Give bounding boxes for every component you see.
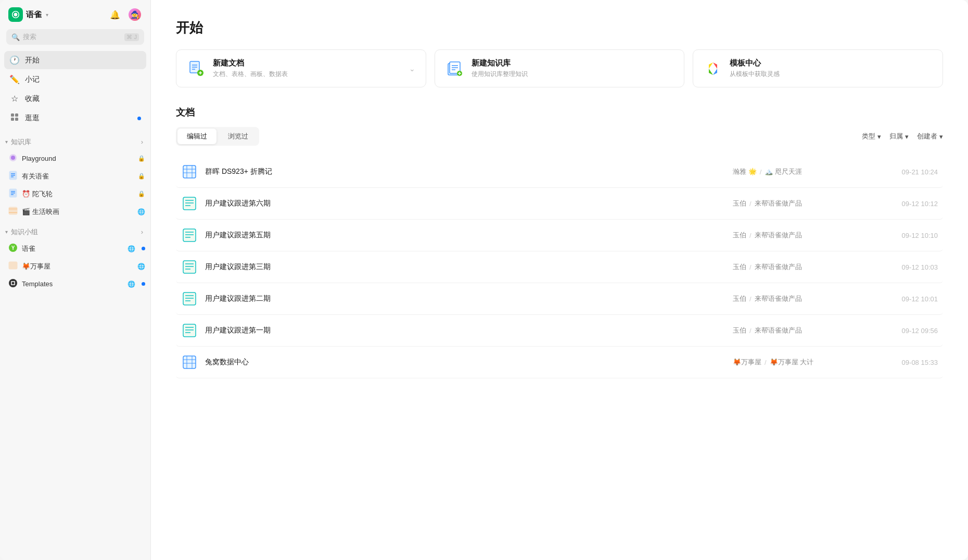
svg-rect-7	[11, 173, 15, 174]
doc-item[interactable]: 群晖 DS923+ 折腾记 瀚雅 🌟 / 🏔️ 咫尺天涯 09-21 10:24	[176, 156, 943, 188]
svg-rect-9	[11, 176, 14, 177]
new-doc-icon	[187, 59, 206, 78]
creator-filter-dropdown[interactable]: 创建者 ▾	[917, 132, 943, 141]
doc-item[interactable]: 用户建议跟进第五期 玉伯 / 来帮语雀做产品 09-12 10:10	[176, 220, 943, 251]
doc-meta2: 来帮语雀做产品	[755, 262, 802, 272]
knowledge-item-life-movies[interactable]: 🎬 生活映画 🌐	[0, 203, 150, 220]
filter-tab-edited[interactable]: 编辑过	[177, 129, 216, 144]
group-section-title: 知识小组	[11, 227, 38, 237]
knowledge-item-playground[interactable]: Playground 🔒	[0, 150, 150, 167]
page-title: 开始	[176, 19, 943, 37]
new-doc-card[interactable]: 新建文档 文档、表格、画板、数据表 ⌄	[176, 49, 426, 87]
svg-rect-13	[11, 194, 14, 195]
doc-name: 用户建议跟进第一期	[205, 326, 725, 335]
doc-type-icon	[181, 290, 198, 307]
star-icon: ☆	[9, 94, 20, 104]
documents-section: 文档 编辑过 浏览过 类型 ▾ 归属 ▾ 创建者 ▾	[176, 106, 943, 378]
svg-rect-2	[11, 118, 14, 121]
knowledge-item-yuque[interactable]: 有关语雀 🔒	[0, 168, 150, 185]
doc-item[interactable]: 兔窝数据中心 🦊万事屋 / 🦊万事屋 大计 09-08 15:33	[176, 347, 943, 378]
nav-label-notes: 小记	[25, 75, 40, 84]
svg-rect-12	[11, 193, 15, 194]
doc-type-icon	[181, 354, 198, 371]
doc-list: 群晖 DS923+ 折腾记 瀚雅 🌟 / 🏔️ 咫尺天涯 09-21 10:24…	[176, 156, 943, 378]
doc-name: 用户建议跟进第五期	[205, 231, 725, 240]
doc-meta: 玉伯 / 来帮语雀做产品	[733, 199, 868, 208]
svg-rect-65	[183, 356, 196, 368]
app-chevron-icon: ▾	[46, 12, 48, 18]
doc-type-icon	[181, 163, 198, 180]
search-bar[interactable]: 🔍 搜索 ⌘ J	[6, 29, 144, 45]
template-center-card[interactable]: 模板中心 从模板中获取灵感	[693, 49, 943, 87]
knowledge-section-title-row: ▾ 知识库	[5, 137, 31, 147]
yuque-label: 有关语雀	[22, 172, 134, 181]
svg-marker-37	[709, 62, 713, 69]
group-item-yuque[interactable]: Y 语雀 🌐	[0, 240, 150, 257]
templates-globe-icon: 🌐	[128, 281, 135, 288]
doc-meta2: 🏔️ 咫尺天涯	[765, 167, 802, 176]
app-brand[interactable]: 语雀 ▾	[8, 7, 48, 22]
life-movies-globe-icon: 🌐	[137, 208, 145, 215]
group-item-wanshiwu[interactable]: 🦊万事屋 🌐	[0, 258, 150, 275]
doc-item[interactable]: 用户建议跟进第六期 玉伯 / 来帮语雀做产品 09-12 10:12	[176, 188, 943, 220]
svg-rect-1	[15, 113, 18, 117]
tuofeiling-icon	[8, 188, 18, 199]
doc-item[interactable]: 用户建议跟进第二期 玉伯 / 来帮语雀做产品 09-12 10:01	[176, 283, 943, 315]
doc-meta-sep: /	[749, 295, 752, 303]
svg-rect-45	[183, 197, 196, 210]
svg-text:Y: Y	[11, 245, 15, 251]
doc-item[interactable]: 用户建议跟进第一期 玉伯 / 来帮语雀做产品 09-12 09:56	[176, 315, 943, 347]
doc-meta: 瀚雅 🌟 / 🏔️ 咫尺天涯	[733, 167, 868, 176]
group-section-more-icon[interactable]: ›	[139, 227, 145, 237]
type-filter-dropdown[interactable]: 类型 ▾	[862, 132, 881, 141]
group-item-templates[interactable]: Templates 🌐	[0, 275, 150, 292]
filter-tab-viewed[interactable]: 浏览过	[219, 129, 258, 144]
svg-rect-8	[11, 175, 15, 176]
sidebar-header: 语雀 ▾ 🔔 🧙	[0, 0, 150, 27]
attribution-filter-chevron-icon: ▾	[905, 133, 909, 141]
svg-rect-40	[183, 166, 196, 178]
avatar-button[interactable]: 🧙	[128, 7, 142, 22]
playground-lock-icon: 🔒	[138, 155, 145, 162]
template-center-icon	[704, 59, 722, 78]
new-doc-title: 新建文档	[213, 58, 402, 68]
group-section-header[interactable]: ▾ 知识小组 ›	[0, 224, 150, 240]
nav-item-start[interactable]: 🕐 开始	[4, 51, 146, 69]
wanshiwu-globe-icon: 🌐	[137, 263, 145, 270]
new-kb-icon	[445, 59, 464, 78]
knowledge-section-more-icon[interactable]: ›	[139, 137, 145, 147]
attribution-filter-dropdown[interactable]: 归属 ▾	[889, 132, 909, 141]
nav-item-notes[interactable]: ✏️ 小记	[4, 70, 146, 88]
svg-marker-36	[713, 62, 717, 69]
clock-icon: 🕐	[9, 55, 20, 65]
notification-button[interactable]: 🔔	[108, 7, 122, 22]
explore-badge	[137, 117, 141, 120]
svg-rect-57	[183, 292, 196, 305]
doc-time: 09-21 10:24	[875, 168, 938, 176]
yuque-group-label: 语雀	[22, 244, 123, 253]
search-icon: 🔍	[11, 33, 20, 41]
svg-rect-19	[9, 262, 17, 269]
new-kb-card[interactable]: 新建知识库 使用知识库整理知识	[435, 49, 685, 87]
doc-meta: 玉伯 / 来帮语雀做产品	[733, 262, 868, 272]
doc-meta: 🦊万事屋 / 🦊万事屋 大计	[733, 358, 868, 367]
doc-time: 09-12 10:10	[875, 232, 938, 239]
doc-item[interactable]: 用户建议跟进第三期 玉伯 / 来帮语雀做产品 09-12 10:03	[176, 251, 943, 283]
doc-meta1: 瀚雅 🌟	[733, 167, 757, 176]
app-name: 语雀	[26, 10, 42, 20]
knowledge-item-tuofeiling[interactable]: ⏰ 陀飞轮 🔒	[0, 185, 150, 202]
doc-meta2: 🦊万事屋 大计	[770, 358, 814, 367]
doc-meta1: 🦊万事屋	[733, 358, 761, 367]
doc-meta1: 玉伯	[733, 294, 746, 303]
life-movies-icon	[8, 206, 18, 217]
nav-item-explore[interactable]: 逛逛	[4, 109, 146, 128]
doc-meta-sep: /	[765, 359, 767, 366]
tuofeiling-lock-icon: 🔒	[138, 190, 145, 197]
doc-meta: 玉伯 / 来帮语雀做产品	[733, 231, 868, 240]
doc-meta1: 玉伯	[733, 231, 746, 240]
knowledge-section-header[interactable]: ▾ 知识库 ›	[0, 134, 150, 150]
action-cards: 新建文档 文档、表格、画板、数据表 ⌄ 新建知识库	[176, 49, 943, 87]
nav-item-favorites[interactable]: ☆ 收藏	[4, 90, 146, 108]
templates-icon	[8, 278, 18, 289]
doc-name: 用户建议跟进第二期	[205, 294, 725, 303]
